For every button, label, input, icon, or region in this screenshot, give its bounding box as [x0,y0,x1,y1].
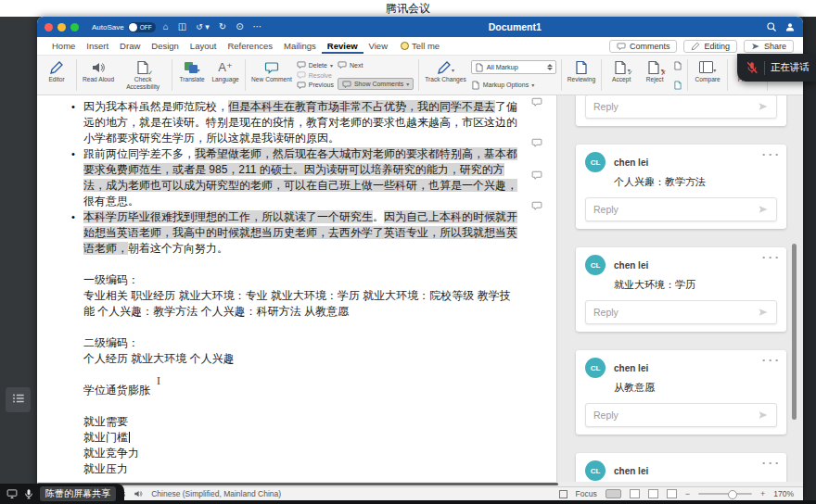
menu-tab-insert[interactable]: Insert [81,39,114,54]
reviewing-label: Reviewing [567,76,595,83]
autosave-toggle[interactable]: AutoSave OFF [92,22,156,32]
focus-label[interactable]: Focus [576,489,597,498]
tell-me-button[interactable]: Tell me [395,41,445,51]
menu-tab-review[interactable]: Review [322,39,363,54]
editing-mode-button[interactable]: Editing [683,40,737,53]
close-window-button[interactable] [45,23,53,32]
comment-reply-box[interactable]: Reply [585,197,777,221]
next-comment-button[interactable]: Next [338,60,414,69]
view-mode-read-icon[interactable] [606,489,621,498]
compare-button[interactable]: Compare [691,57,724,93]
accept-change-button[interactable]: ✓ Accept [605,57,638,93]
all-markup-label: All Markup [487,63,518,71]
next-change-button[interactable] [673,80,682,90]
meeting-sidebar-list-button[interactable] [6,387,31,412]
previous-change-button[interactable] [673,60,682,70]
comment-more-button[interactable] [762,253,779,261]
view-mode-outline-icon[interactable] [667,489,677,498]
comment-card[interactable]: CLchen lei从教意愿Reply [576,350,786,435]
new-comment-button[interactable]: New Comment [249,57,295,93]
editor-button[interactable]: Editor [40,57,73,93]
comment-more-button[interactable] [762,356,779,364]
share-button[interactable]: Share [744,40,794,53]
minimize-window-button[interactable] [57,23,66,32]
comment-anchor-icon[interactable] [531,170,542,185]
menu-tab-design[interactable]: Design [146,39,185,54]
paragraph [83,367,519,383]
menu-tab-references[interactable]: References [222,39,278,54]
comment-reply-box[interactable]: Reply [585,300,777,324]
track-changes-button[interactable]: Track Changes [422,57,468,93]
reply-placeholder: Reply [593,307,618,318]
show-comments-button[interactable]: Show Comments [338,78,414,90]
zoom-window-button[interactable] [70,23,79,32]
menu-tab-view[interactable]: View [363,39,393,54]
markup-options-button[interactable]: Markup Options [471,80,556,90]
autosave-knob [129,23,137,32]
undo-icon[interactable] [194,22,211,32]
reject-change-button[interactable]: ✗ Reject [638,57,671,93]
comments-button[interactable]: Comments [609,40,678,53]
refresh-icon[interactable] [234,22,245,32]
send-icon[interactable] [758,307,769,318]
comment-anchor-icon[interactable] [531,96,542,112]
markup-view-select[interactable]: All Markup [471,60,556,74]
view-mode-print-icon[interactable] [630,489,640,498]
menu-tab-layout[interactable]: Layout [185,39,223,54]
zoom-slider-knob[interactable] [728,490,737,499]
check-accessibility-button[interactable]: ✓ Check Accessibility [117,57,169,93]
menu-tab-mailings[interactable]: Mailings [278,39,322,54]
translate-icon [185,59,200,75]
translate-button[interactable]: Translate [175,57,209,93]
comment-more-button[interactable] [762,150,779,158]
home-icon[interactable] [161,22,171,32]
comments-scrollbar[interactable] [792,244,797,420]
accessibility-speaker-icon[interactable] [134,489,143,498]
comment-reply-box[interactable]: Reply [585,95,777,119]
comment-card[interactable]: CLchen lei就业大环境：学历Reply [576,453,786,482]
reject-label: Reject [646,76,664,83]
language-status[interactable]: Chinese (Simplified, Mainland China) [151,489,281,498]
send-icon[interactable] [758,101,769,112]
bullet-marker: • [71,209,75,225]
more-commands-icon[interactable] [251,22,264,32]
previous-comment-button[interactable]: Previous [297,80,334,90]
account-icon[interactable] [784,21,796,32]
horizontal-scrollbar[interactable] [37,482,803,486]
view-mode-web-icon[interactable] [648,489,658,498]
redo-icon[interactable] [217,22,228,32]
send-icon[interactable] [758,204,769,215]
comment-anchor-icon[interactable] [531,137,542,153]
comment-card[interactable]: CLchen lei就业大环境：学历Reply [576,247,786,332]
avatar: CL [585,152,606,172]
zoom-in-icon[interactable] [760,489,765,498]
editor-label: Editor [48,76,64,83]
document-page[interactable]: •因为我本科虽然是师范院校，但是本科生在教育市场非常不占优势，我的同学不是去了偏… [37,95,556,482]
save-icon[interactable] [176,22,188,32]
comment-more-button[interactable] [762,459,779,467]
paragraph [83,398,519,414]
comment-anchor-icon[interactable] [531,200,542,216]
zoom-out-icon[interactable] [685,489,690,498]
menu-tab-draw[interactable]: Draw [114,39,146,54]
read-aloud-label: Read Aloud [83,76,114,83]
text-cursor-icon: I [157,373,160,389]
markup-options-label: Markup Options [483,82,529,88]
read-aloud-button[interactable]: Read Aloud [80,57,117,93]
word-body: •因为我本科虽然是师范院校，但是本科生在教育市场非常不占优势，我的同学不是去了偏… [37,95,803,482]
delete-comment-button[interactable]: Delete [297,60,334,70]
send-icon[interactable] [758,410,769,421]
language-button[interactable]: A⁺ Language [209,57,242,93]
search-icon[interactable] [766,21,777,32]
comment-card[interactable]: Reply [576,95,786,126]
zoom-level[interactable]: 170% [773,489,794,498]
comment-reply-box[interactable]: Reply [585,403,777,427]
zoom-slider[interactable] [698,493,752,495]
menu-tab-home[interactable]: Home [46,39,81,54]
reviewing-pane-button[interactable]: Reviewing [565,57,598,93]
new-comment-icon [264,59,279,75]
resolve-comment-button[interactable]: Resolve [297,70,334,81]
screen-share-pill[interactable]: 陈蕾的屏幕共享 [0,484,124,504]
comment-card[interactable]: CLchen lei个人兴趣：教学方法Reply [576,145,786,229]
bullet-item: •跟前两位同学差不多，我希望做老师，然后现在各大城市对老师的要求都特别高，基本都… [83,146,519,209]
